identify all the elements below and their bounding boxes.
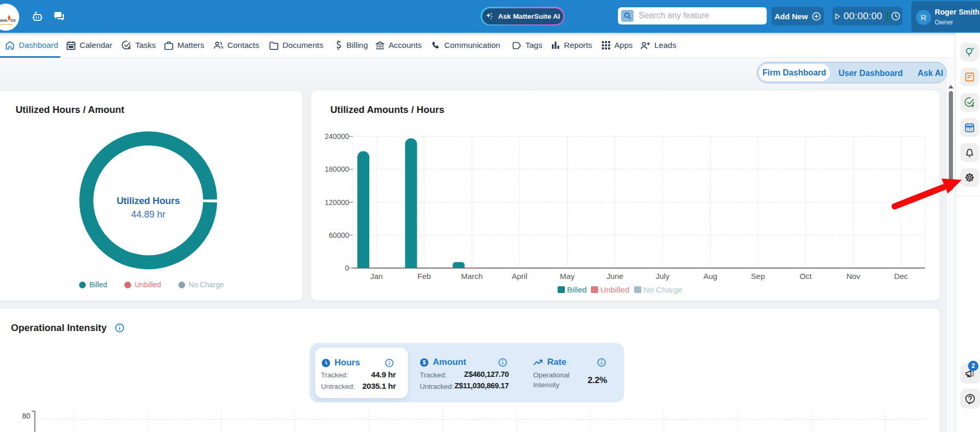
svg-text:No Charge: No Charge (643, 285, 682, 294)
svg-text:Nov: Nov (846, 272, 860, 281)
svg-text:Feb: Feb (418, 272, 431, 281)
svg-text:July: July (655, 272, 669, 281)
svg-text:June: June (607, 272, 624, 281)
svg-text:April: April (512, 272, 527, 281)
svg-text:Sep: Sep (751, 272, 765, 281)
svg-text:Unbilled: Unbilled (600, 285, 629, 294)
svg-text:0: 0 (345, 264, 349, 272)
svg-text:240000: 240000 (325, 132, 349, 141)
svg-text:Oct: Oct (800, 272, 812, 281)
svg-text:80: 80 (22, 412, 30, 420)
svg-text:March: March (461, 272, 483, 281)
svg-text:60000: 60000 (329, 231, 349, 239)
svg-text:Aug: Aug (703, 272, 717, 281)
svg-text:Jan: Jan (370, 272, 383, 281)
svg-text:180000: 180000 (325, 165, 349, 173)
svg-text:120000: 120000 (325, 198, 349, 207)
svg-text:Billed: Billed (567, 285, 587, 294)
svg-text:May: May (560, 272, 575, 281)
svg-text:Dec: Dec (894, 272, 908, 281)
